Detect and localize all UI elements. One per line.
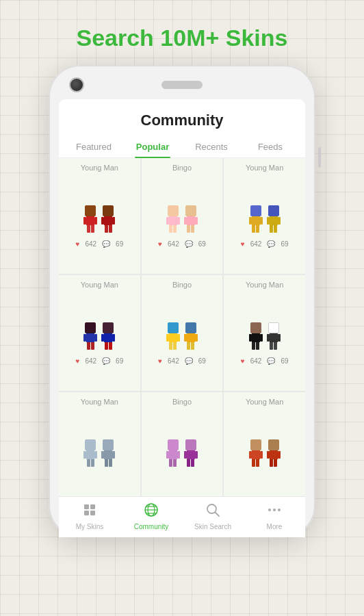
- skin-stats-4: ♥ 642 💬 69: [75, 357, 123, 365]
- svg-rect-3: [90, 511, 95, 515]
- tab-recents[interactable]: Recents: [182, 136, 241, 157]
- page-title: Search 10M+ Skins: [76, 25, 287, 51]
- community-icon: [144, 502, 159, 521]
- skin-name-5: Bingo: [172, 281, 192, 289]
- heart-icon-3: ♥: [241, 240, 245, 248]
- nav-skin-search[interactable]: Skin Search: [182, 502, 244, 530]
- comment-icon-1: 💬: [102, 240, 110, 248]
- skin-name-1: Young Man: [81, 164, 118, 172]
- nav-skin-search-label: Skin Search: [194, 523, 231, 530]
- heart-icon-2: ♥: [158, 240, 162, 248]
- likes-count-4: 642: [85, 357, 96, 365]
- tab-popular[interactable]: Popular: [123, 136, 182, 157]
- nav-more-label: More: [267, 523, 283, 530]
- camera: [69, 77, 84, 92]
- svg-rect-2: [84, 511, 89, 515]
- skin-stats-2: ♥ 642 💬 69: [158, 240, 206, 248]
- skin-image-1: [65, 175, 133, 236]
- comments-count-2: 69: [198, 240, 206, 248]
- skin-image-6: [231, 292, 299, 353]
- svg-rect-1: [90, 504, 95, 509]
- skin-image-2: [148, 175, 216, 236]
- svg-point-11: [268, 509, 271, 511]
- skin-name-6: Young Man: [246, 281, 283, 289]
- speaker: [161, 81, 203, 89]
- comments-count-5: 69: [198, 357, 206, 365]
- heart-icon-6: ♥: [241, 357, 245, 365]
- skin-card-1[interactable]: Young Man: [59, 158, 140, 274]
- skin-grid: Young Man: [59, 158, 305, 496]
- phone-screen: Community Featured Popular Recents Feeds…: [59, 99, 305, 537]
- comment-icon-3: 💬: [267, 240, 275, 248]
- skin-card-6[interactable]: Young Man: [224, 275, 305, 391]
- nav-community[interactable]: Community: [120, 502, 182, 530]
- skin-image-4: [65, 292, 133, 353]
- skin-search-icon: [205, 502, 220, 521]
- tab-bar: Featured Popular Recents Feeds: [59, 136, 305, 158]
- skin-stats-6: ♥ 642 💬 69: [241, 357, 289, 365]
- skin-image-8: [148, 409, 216, 470]
- skin-stats-1: ♥ 642 💬 69: [75, 240, 123, 248]
- skin-name-4: Young Man: [81, 281, 118, 289]
- nav-community-label: Community: [134, 523, 169, 530]
- likes-count-5: 642: [168, 357, 179, 365]
- comments-count-3: 69: [281, 240, 288, 248]
- bottom-nav: My Skins Community: [59, 496, 305, 537]
- comment-icon-5: 💬: [185, 357, 193, 365]
- skin-card-8[interactable]: Bingo: [142, 392, 223, 496]
- skin-name-3: Young Man: [246, 164, 283, 172]
- skin-card-4[interactable]: Young Man: [59, 275, 140, 391]
- tab-featured[interactable]: Featured: [64, 136, 123, 157]
- skin-card-5[interactable]: Bingo: [142, 275, 223, 391]
- comments-count-6: 69: [281, 357, 288, 365]
- comments-count-1: 69: [116, 240, 123, 248]
- svg-point-12: [273, 509, 276, 511]
- skin-name-8: Bingo: [172, 398, 192, 406]
- likes-count-1: 642: [85, 240, 96, 248]
- likes-count-6: 642: [250, 357, 262, 365]
- more-icon: [267, 502, 282, 521]
- nav-my-skins[interactable]: My Skins: [59, 502, 120, 530]
- skin-card-2[interactable]: Bingo: [142, 158, 223, 274]
- likes-count-2: 642: [168, 240, 179, 248]
- phone-top: [57, 77, 307, 92]
- svg-line-10: [216, 513, 220, 517]
- phone-shell: Community Featured Popular Recents Feeds…: [49, 65, 315, 537]
- nav-more[interactable]: More: [244, 502, 305, 530]
- comments-count-4: 69: [116, 357, 123, 365]
- skin-stats-3: ♥ 642 💬 69: [241, 240, 289, 248]
- skin-image-9: [231, 409, 299, 470]
- svg-rect-0: [84, 504, 89, 509]
- skin-image-3: [231, 175, 299, 236]
- app-header: Community Featured Popular Recents Feeds: [59, 99, 305, 158]
- comment-icon-6: 💬: [267, 357, 275, 365]
- skin-name-7: Young Man: [81, 398, 118, 406]
- skin-image-5: [148, 292, 216, 353]
- my-skins-icon: [82, 502, 97, 521]
- nav-my-skins-label: My Skins: [76, 523, 104, 530]
- skin-stats-5: ♥ 642 💬 69: [158, 357, 206, 365]
- comment-icon-4: 💬: [102, 357, 110, 365]
- power-button: [318, 147, 321, 168]
- heart-icon-1: ♥: [75, 240, 79, 248]
- heart-icon-4: ♥: [75, 357, 79, 365]
- skin-card-7[interactable]: Young Man: [59, 392, 140, 496]
- skin-image-7: [65, 409, 133, 470]
- svg-point-13: [278, 509, 281, 511]
- skin-name-9: Young Man: [246, 398, 283, 406]
- heart-icon-5: ♥: [158, 357, 162, 365]
- comment-icon-2: 💬: [185, 240, 193, 248]
- community-title: Community: [59, 112, 305, 129]
- tab-feeds[interactable]: Feeds: [241, 136, 300, 157]
- skin-card-9[interactable]: Young Man: [224, 392, 305, 496]
- skin-name-2: Bingo: [172, 164, 192, 172]
- skin-card-3[interactable]: Young Man: [224, 158, 305, 274]
- likes-count-3: 642: [250, 240, 262, 248]
- page-header: Search 10M+ Skins: [76, 25, 287, 51]
